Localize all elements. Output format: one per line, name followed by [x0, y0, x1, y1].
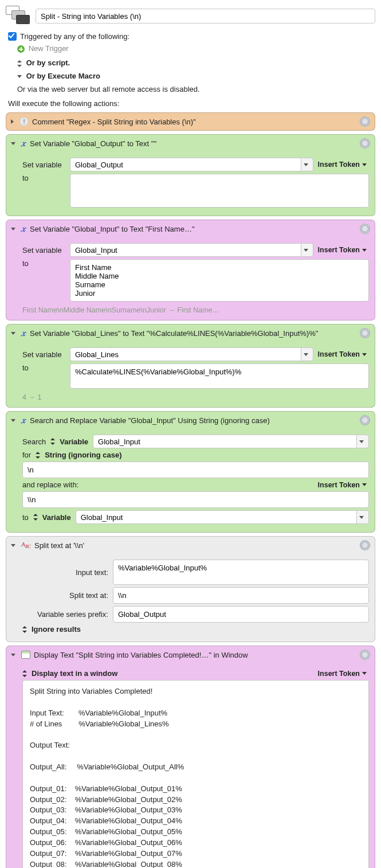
action-title: Display Text "Split String into Variable…	[34, 651, 248, 659]
insert-token-button[interactable]: Insert Token	[318, 350, 369, 358]
gear-icon[interactable]	[360, 138, 370, 148]
source-type-select[interactable]: Variable	[50, 437, 88, 446]
trigger-label: Triggered by any of the following:	[20, 32, 129, 41]
text-icon: ABC	[21, 541, 31, 549]
disclosure-icon[interactable]	[11, 228, 15, 230]
split-at-label: Split text at:	[22, 591, 108, 600]
gear-icon[interactable]	[360, 540, 370, 550]
input-text-input[interactable]: %Variable%Global_Input%	[113, 560, 369, 585]
search-variable-input[interactable]	[93, 435, 356, 448]
variable-icon: 𝑥	[21, 224, 25, 233]
action-title: Set Variable "Global_Input" to Text "Fir…	[30, 225, 195, 233]
variable-dropdown[interactable]	[301, 347, 313, 361]
trigger-by-script[interactable]: Or by script.	[17, 58, 375, 67]
disclosure-icon[interactable]	[11, 142, 15, 145]
trigger-via-web: Or via the web server but all remote acc…	[17, 85, 375, 93]
variable-icon: 𝑥	[21, 416, 25, 425]
variable-value-input[interactable]	[70, 174, 369, 208]
disclosure-icon[interactable]	[11, 332, 15, 335]
set-variable-label: Set variable	[22, 350, 65, 359]
variable-value-input[interactable]: First Name Middle Name Surname Junior	[70, 259, 369, 302]
variable-dropdown[interactable]	[356, 510, 369, 524]
insert-token-button[interactable]: Insert Token	[318, 161, 369, 169]
variable-icon: 𝑥	[21, 329, 25, 338]
hint-text: 4 → 1	[22, 391, 369, 401]
for-label: for	[22, 451, 31, 459]
display-mode-select[interactable]: Display text in a window	[22, 669, 117, 678]
prefix-input[interactable]	[113, 606, 369, 623]
results-select[interactable]: Ignore results	[22, 625, 81, 634]
gear-icon[interactable]	[360, 328, 370, 338]
disclosure-icon[interactable]	[11, 119, 14, 124]
gear-icon[interactable]	[360, 650, 370, 660]
for-value-input[interactable]	[22, 462, 369, 478]
variable-dropdown[interactable]	[301, 158, 313, 171]
disclosure-icon[interactable]	[11, 544, 15, 547]
gear-icon[interactable]	[360, 415, 370, 425]
plus-icon	[17, 45, 25, 53]
comment-icon: !	[19, 117, 29, 126]
to-variable-input[interactable]	[76, 510, 356, 524]
replace-label: and replace with:	[22, 480, 78, 489]
set-variable-label: Set variable	[22, 246, 65, 255]
to-label: to	[22, 259, 65, 268]
disclosure-icon[interactable]	[11, 419, 15, 422]
action-title: Set Variable "Global_Lines" to Text "%Ca…	[30, 329, 318, 338]
to-label: to	[22, 363, 65, 372]
action-title: Comment "Regex - Split String into Varia…	[32, 118, 196, 126]
search-label: Search	[22, 437, 46, 446]
chevron-down-icon	[17, 75, 22, 78]
set-variable-label: Set variable	[22, 161, 65, 169]
action-title: Search and Replace Variable "Global_Inpu…	[30, 416, 270, 425]
gear-icon[interactable]	[360, 116, 370, 127]
to-label: to	[22, 513, 29, 522]
variable-dropdown[interactable]	[301, 243, 313, 257]
updown-icon	[17, 60, 22, 67]
variable-name-input[interactable]	[70, 347, 301, 361]
insert-token-button[interactable]: Insert Token	[318, 481, 369, 489]
trigger-enable-checkbox[interactable]	[8, 32, 17, 41]
variable-name-input[interactable]	[70, 158, 301, 171]
disclosure-icon[interactable]	[11, 654, 15, 656]
match-type-select[interactable]: String (ignoring case)	[36, 451, 121, 459]
display-body-textarea[interactable]: Split String into Variables Completed! I…	[22, 680, 369, 868]
replace-value-input[interactable]	[22, 491, 369, 508]
window-icon	[21, 651, 30, 659]
variable-dropdown[interactable]	[356, 435, 369, 448]
variable-name-input[interactable]	[70, 243, 301, 257]
dest-type-select[interactable]: Variable	[33, 513, 71, 522]
hint-text: First Name\nMiddle Name\nSurname\nJunior…	[22, 304, 369, 314]
action-title: Split text at '\\n'	[34, 541, 84, 550]
variable-icon: 𝑥	[21, 139, 25, 148]
macro-icon	[6, 6, 31, 26]
insert-token-button[interactable]: Insert Token	[318, 246, 369, 254]
will-execute-label: Will execute the following actions:	[8, 99, 375, 108]
trigger-by-execute-macro[interactable]: Or by Execute Macro	[17, 72, 375, 80]
gear-icon[interactable]	[360, 224, 370, 234]
insert-token-button[interactable]: Insert Token	[318, 670, 369, 678]
new-trigger-button[interactable]: New Trigger	[17, 44, 375, 53]
macro-title-input[interactable]	[36, 9, 375, 24]
input-text-label: Input text:	[22, 568, 108, 577]
prefix-label: Variable series prefix:	[22, 610, 108, 619]
action-title: Set Variable "Global_Output" to Text ""	[30, 139, 156, 148]
variable-value-input[interactable]: %Calculate%LINES(%Variable%Global_Input%…	[70, 363, 369, 389]
split-at-input[interactable]	[113, 587, 369, 604]
to-label: to	[22, 174, 65, 182]
